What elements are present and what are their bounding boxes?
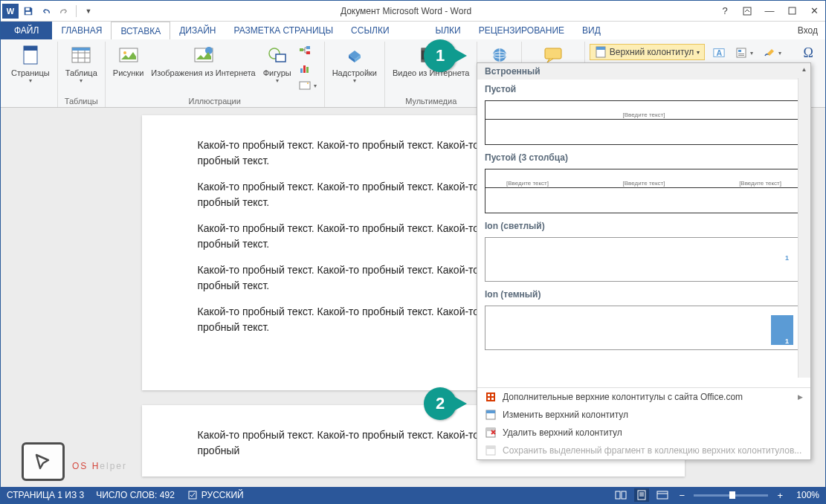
svg-rect-42: [486, 410, 495, 413]
tab-layout[interactable]: РАЗМЕТКА СТРАНИЦЫ: [225, 22, 343, 39]
svg-rect-40: [491, 398, 494, 400]
gallery-section-builtin: Встроенный: [477, 63, 810, 80]
scroll-up-icon[interactable]: ▲: [798, 63, 810, 76]
tab-view[interactable]: ВИД: [573, 22, 610, 39]
zoom-in-button[interactable]: +: [774, 489, 786, 501]
svg-rect-14: [300, 48, 303, 51]
svg-rect-36: [486, 392, 495, 401]
gallery-item-empty3[interactable]: [Введите текст] [Введите текст] [Введите…: [485, 169, 803, 213]
slider-thumb[interactable]: [729, 491, 735, 499]
delete-header-icon: [485, 427, 497, 439]
header-icon: [595, 46, 607, 58]
svg-rect-27: [545, 48, 561, 59]
more-headers-office-item[interactable]: Дополнительные верхние колонтитулы с сай…: [477, 388, 810, 406]
svg-rect-5: [24, 46, 37, 51]
tab-review[interactable]: РЕЦЕНЗИРОВАНИЕ: [470, 22, 573, 39]
sign-in-link[interactable]: Вход: [790, 22, 825, 39]
header-dropdown-button[interactable]: Верхний колонтитул ▾: [590, 44, 705, 60]
status-page[interactable]: СТРАНИЦА 1 ИЗ 3: [7, 490, 84, 500]
quickparts-button[interactable]: ▾: [732, 45, 756, 61]
qa-customize-icon[interactable]: ▼: [80, 3, 97, 19]
symbol-button[interactable]: Ω: [801, 45, 816, 61]
gallery-item-empty[interactable]: [Введите текст]: [485, 100, 803, 145]
svg-point-9: [123, 51, 126, 54]
addins-button[interactable]: Надстройки ▾: [329, 42, 380, 104]
status-word-count[interactable]: ЧИСЛО СЛОВ: 492: [96, 490, 175, 500]
zoom-slider[interactable]: [694, 494, 768, 497]
svg-rect-34: [738, 54, 744, 54]
zoom-out-button[interactable]: −: [676, 489, 688, 501]
status-bar: СТРАНИЦА 1 ИЗ 3 ЧИСЛО СЛОВ: 492 РУССКИЙ …: [1, 487, 825, 503]
delete-header-item[interactable]: Удалить верхний колонтитул: [477, 424, 810, 442]
chevron-right-icon: ▶: [798, 393, 803, 401]
ribbon-display-button[interactable]: [736, 3, 758, 19]
dark-band: [771, 315, 793, 345]
pages-button[interactable]: Страницы ▾: [8, 42, 53, 104]
office-icon: [485, 391, 497, 403]
tab-design[interactable]: ДИЗАЙН: [170, 22, 225, 39]
read-mode-icon[interactable]: [613, 488, 628, 502]
zoom-level[interactable]: 100%: [796, 490, 819, 500]
gallery-item-ion-light[interactable]: 1: [485, 237, 803, 282]
separator: [76, 5, 77, 17]
chart-icon: [299, 62, 311, 74]
svg-rect-46: [486, 446, 495, 449]
gallery-item-label: Ion (темный): [477, 285, 810, 303]
tab-file[interactable]: ФАЙЛ: [1, 22, 52, 39]
word-logo-icon: W: [2, 4, 19, 19]
save-selection-icon: [485, 445, 497, 456]
web-layout-icon[interactable]: [655, 488, 670, 502]
svg-rect-19: [306, 67, 309, 73]
scrollbar[interactable]: [798, 78, 810, 378]
minimize-button[interactable]: —: [758, 3, 781, 19]
pictures-button[interactable]: Рисунки: [110, 42, 147, 95]
svg-rect-38: [491, 394, 494, 396]
svg-rect-37: [488, 394, 490, 396]
textbox-button[interactable]: A: [710, 45, 728, 61]
print-layout-icon[interactable]: [634, 488, 649, 502]
smartart-button[interactable]: [296, 43, 320, 59]
maximize-button[interactable]: [781, 3, 803, 19]
save-icon[interactable]: [20, 3, 36, 19]
page-number: 1: [785, 254, 789, 262]
chart-button[interactable]: [296, 60, 320, 77]
tab-mailings[interactable]: ЫЛКИ: [399, 22, 470, 39]
shapes-button[interactable]: Фигуры ▾: [260, 42, 294, 95]
signature-button[interactable]: ▾: [761, 45, 784, 61]
addins-icon: [343, 43, 367, 67]
help-button[interactable]: ?: [714, 3, 736, 19]
redo-icon[interactable]: [56, 3, 72, 19]
edit-header-item[interactable]: Изменить верхний колонтитул: [477, 406, 810, 424]
gallery-item-label: Ion (светлый): [477, 216, 810, 234]
gallery-item-label: Пустой: [477, 80, 810, 97]
svg-point-21: [307, 83, 309, 84]
svg-rect-29: [596, 47, 605, 50]
online-pictures-icon: [192, 43, 216, 67]
table-button[interactable]: Таблица ▾: [62, 42, 100, 95]
placeholder-text: [Введите текст]: [739, 180, 781, 187]
tab-home[interactable]: ГЛАВНАЯ: [52, 22, 111, 39]
window-title: Документ Microsoft Word - Word: [98, 6, 714, 16]
close-button[interactable]: ✕: [803, 3, 825, 19]
svg-rect-1: [26, 11, 31, 14]
svg-text:A: A: [716, 48, 722, 57]
tab-references[interactable]: ССЫЛКИ: [342, 22, 398, 39]
svg-rect-17: [300, 68, 303, 73]
undo-icon[interactable]: [38, 3, 54, 19]
header-gallery-dropdown: ▲ Встроенный Пустой [Введите текст] Пуст…: [477, 62, 811, 460]
gallery-item-ion-dark[interactable]: 1: [485, 306, 803, 350]
spellcheck-icon[interactable]: [187, 488, 201, 502]
status-language[interactable]: РУССКИЙ: [201, 490, 244, 500]
window-controls: ? — ✕: [714, 3, 825, 19]
screenshot-button[interactable]: ▾: [296, 77, 320, 94]
watermark-text: OS Helper: [72, 449, 127, 474]
group-tables: Таблица ▾ Таблицы: [58, 42, 106, 107]
svg-rect-15: [306, 46, 310, 49]
online-pictures-button[interactable]: Изображения из Интернета: [148, 42, 258, 95]
tab-insert[interactable]: ВСТАВКА: [111, 22, 170, 39]
signature-icon: [764, 47, 775, 59]
svg-rect-3: [789, 7, 796, 14]
edit-header-icon: [485, 409, 497, 421]
save-selection-item: Сохранить выделенный фрагмент в коллекци…: [477, 442, 810, 459]
ribbon-tabs: ФАЙЛ ГЛАВНАЯ ВСТАВКА ДИЗАЙН РАЗМЕТКА СТР…: [1, 22, 825, 39]
